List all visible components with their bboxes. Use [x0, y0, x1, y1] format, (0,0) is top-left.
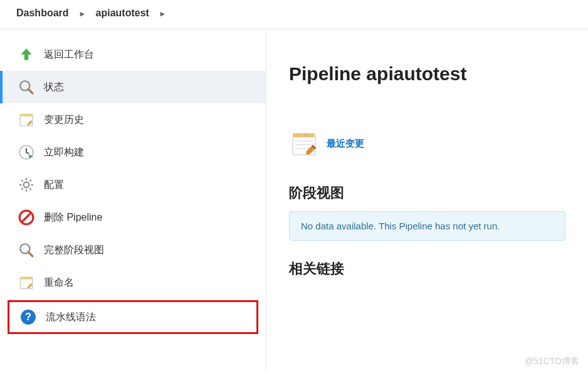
- sidebar-item-pipeline-syntax[interactable]: ? 流水线语法: [9, 302, 256, 332]
- clock-play-icon: [18, 144, 35, 161]
- sidebar-item-back[interactable]: 返回工作台: [0, 38, 266, 71]
- search-icon: [18, 78, 35, 96]
- search-icon: [18, 241, 35, 259]
- breadcrumb-item-dashboard[interactable]: Dashboard: [16, 8, 69, 19]
- sidebar-item-full-stage-view[interactable]: 完整阶段视图: [0, 234, 266, 266]
- sidebar-item-status[interactable]: 状态: [0, 71, 266, 103]
- stage-view-empty-message: No data available. This Pipeline has not…: [289, 211, 565, 241]
- prohibit-icon: [18, 209, 35, 226]
- svg-rect-20: [20, 277, 33, 279]
- recent-changes-link[interactable]: 最近变更: [327, 138, 364, 150]
- notepad-icon: [18, 111, 35, 128]
- notepad-large-icon: [289, 128, 319, 159]
- sidebar-item-label: 配置: [44, 179, 248, 192]
- sidebar-item-label: 流水线语法: [46, 311, 246, 324]
- svg-line-11: [21, 180, 23, 181]
- sidebar: 返回工作台 状态 变更历史 立即构建 配置: [0, 29, 266, 370]
- svg-point-6: [24, 182, 29, 188]
- arrow-up-icon: [18, 46, 35, 63]
- svg-text:?: ?: [25, 311, 31, 322]
- sidebar-item-label: 状态: [44, 81, 248, 94]
- sidebar-item-label: 返回工作台: [44, 48, 248, 61]
- chevron-right-icon: ▸: [160, 9, 165, 18]
- page-title: Pipeline apiautotest: [289, 63, 565, 85]
- breadcrumb-item-project[interactable]: apiautotest: [96, 8, 149, 19]
- breadcrumb: Dashboard ▸ apiautotest ▸: [0, 0, 588, 29]
- sidebar-item-changes[interactable]: 变更历史: [0, 103, 266, 136]
- sidebar-item-configure[interactable]: 配置: [0, 169, 266, 201]
- stage-view-heading: 阶段视图: [289, 184, 565, 202]
- sidebar-item-label: 立即构建: [44, 146, 248, 159]
- sidebar-item-rename[interactable]: 重命名: [0, 266, 266, 299]
- highlight-annotation: ? 流水线语法: [8, 300, 258, 334]
- gear-icon: [18, 176, 35, 194]
- svg-rect-3: [20, 114, 33, 116]
- sidebar-item-label: 删除 Pipeline: [44, 211, 248, 224]
- sidebar-item-label: 完整阶段视图: [44, 244, 248, 257]
- sidebar-item-label: 变更历史: [44, 113, 248, 127]
- related-links-heading: 相关链接: [289, 259, 565, 278]
- chevron-right-icon: ▸: [80, 9, 85, 18]
- svg-line-14: [29, 180, 31, 181]
- sidebar-item-label: 重命名: [44, 276, 248, 290]
- edit-icon: [18, 274, 35, 291]
- svg-line-12: [29, 188, 31, 189]
- recent-changes-block: 最近变更: [289, 128, 565, 159]
- svg-line-1: [28, 89, 33, 93]
- help-icon: ?: [19, 308, 37, 326]
- content-pane: Pipeline apiautotest 最近变更 阶段视图 No data a…: [266, 29, 588, 370]
- sidebar-item-build-now[interactable]: 立即构建: [0, 136, 266, 169]
- sidebar-item-delete[interactable]: 删除 Pipeline: [0, 201, 266, 234]
- svg-line-18: [28, 252, 33, 256]
- svg-line-13: [21, 188, 23, 189]
- watermark: @51CTO博客: [525, 356, 579, 367]
